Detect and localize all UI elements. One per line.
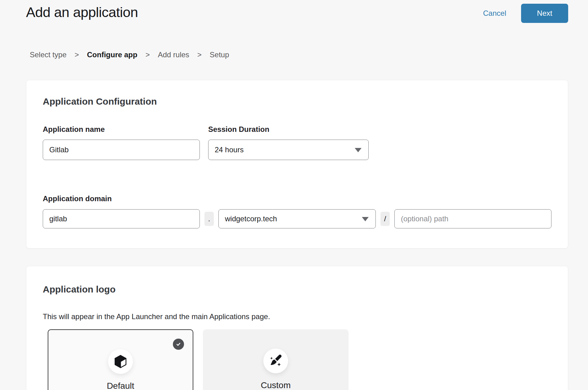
breadcrumb-separator: >	[75, 50, 79, 59]
domain-select[interactable]: widgetcorp.tech	[218, 209, 376, 228]
header-actions: Cancel Next	[483, 4, 568, 23]
breadcrumb-separator: >	[197, 50, 202, 59]
config-fields-row: 24 hours	[43, 140, 551, 160]
application-name-input[interactable]	[43, 140, 200, 160]
custom-logo-circle	[263, 349, 288, 373]
session-duration-select[interactable]: 24 hours	[208, 140, 369, 160]
slash-separator: /	[380, 212, 390, 226]
application-logo-card: Application logo This will appear in the…	[26, 266, 568, 390]
logo-option-default-label: Default	[48, 381, 193, 390]
application-domain-row: . widgetcorp.tech /	[43, 209, 551, 228]
application-configuration-heading: Application Configuration	[43, 96, 551, 107]
check-icon	[175, 341, 182, 347]
subdomain-input[interactable]	[43, 209, 200, 228]
path-input[interactable]	[394, 209, 551, 228]
default-logo-circle	[108, 349, 133, 374]
next-button[interactable]: Next	[521, 4, 568, 23]
breadcrumb-step-add-rules[interactable]: Add rules	[158, 50, 189, 59]
application-name-label: Application name	[43, 125, 200, 134]
cube-icon	[113, 354, 128, 369]
application-domain-label: Application domain	[43, 194, 551, 203]
application-configuration-card: Application Configuration Application na…	[26, 80, 568, 249]
chevron-down-icon	[355, 148, 362, 152]
breadcrumb: Select type > Configure app > Add rules …	[30, 50, 568, 59]
breadcrumb-step-select-type[interactable]: Select type	[30, 50, 67, 59]
breadcrumb-step-configure-app[interactable]: Configure app	[87, 50, 138, 59]
logo-option-custom[interactable]: Custom	[203, 329, 349, 390]
logo-option-default[interactable]: Default	[48, 329, 193, 390]
domain-value: widgetcorp.tech	[225, 214, 277, 223]
logo-option-custom-label: Custom	[203, 380, 349, 390]
application-logo-description: This will appear in the App Launcher and…	[43, 312, 551, 321]
paintbrush-icon	[269, 354, 283, 368]
logo-option-tiles: Default Custom	[48, 329, 551, 390]
chevron-down-icon	[362, 217, 369, 221]
session-duration-value: 24 hours	[215, 145, 244, 154]
page: Add an application Cancel Next Select ty…	[26, 0, 568, 390]
breadcrumb-separator: >	[145, 50, 150, 59]
application-logo-heading: Application logo	[43, 284, 551, 295]
config-labels-row: Application name Session Duration	[43, 125, 551, 134]
page-header: Add an application Cancel Next	[26, 0, 568, 23]
selected-badge	[173, 339, 184, 350]
breadcrumb-step-setup[interactable]: Setup	[210, 50, 229, 59]
session-duration-label: Session Duration	[208, 125, 369, 134]
dot-separator: .	[204, 212, 214, 226]
cancel-button[interactable]: Cancel	[483, 9, 506, 18]
page-title: Add an application	[26, 4, 138, 20]
